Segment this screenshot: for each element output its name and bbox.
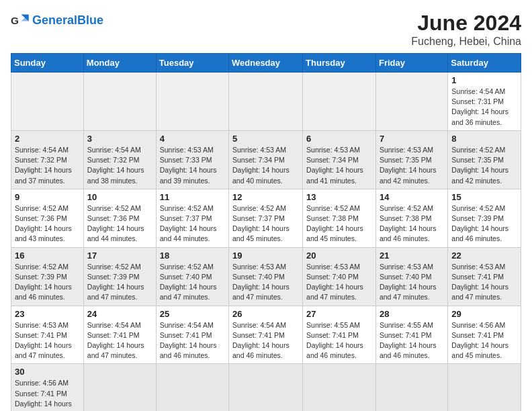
weekday-header-row: SundayMondayTuesdayWednesdayThursdayFrid… <box>11 54 521 73</box>
day-number: 3 <box>87 134 152 144</box>
day-number: 30 <box>15 367 80 377</box>
day-number: 7 <box>380 134 444 144</box>
calendar-day: 1Sunrise: 4:54 AM Sunset: 7:31 PM Daylig… <box>448 73 521 131</box>
day-info: Sunrise: 4:56 AM Sunset: 7:41 PM Dayligh… <box>451 320 517 361</box>
calendar-week-5: 23Sunrise: 4:53 AM Sunset: 7:41 PM Dayli… <box>11 306 521 364</box>
calendar-week-6: 30Sunrise: 4:56 AM Sunset: 7:41 PM Dayli… <box>11 364 521 411</box>
day-info: Sunrise: 4:54 AM Sunset: 7:32 PM Dayligh… <box>87 145 152 186</box>
calendar-week-3: 9Sunrise: 4:52 AM Sunset: 7:36 PM Daylig… <box>11 189 521 247</box>
day-info: Sunrise: 4:52 AM Sunset: 7:37 PM Dayligh… <box>160 203 225 244</box>
logo-general: General <box>32 13 77 27</box>
calendar-day <box>156 73 228 131</box>
page-header: G GeneralBlue June 2024 Fucheng, Hebei, … <box>11 11 521 48</box>
calendar-day: 22Sunrise: 4:53 AM Sunset: 7:41 PM Dayli… <box>448 247 521 306</box>
calendar-day <box>303 364 376 411</box>
day-number: 12 <box>232 192 299 202</box>
day-number: 26 <box>232 309 299 319</box>
day-number: 9 <box>15 192 80 202</box>
day-info: Sunrise: 4:53 AM Sunset: 7:34 PM Dayligh… <box>306 145 372 186</box>
calendar-day: 9Sunrise: 4:52 AM Sunset: 7:36 PM Daylig… <box>11 189 84 247</box>
day-number: 2 <box>15 134 80 144</box>
calendar-title: June 2024 <box>411 11 521 36</box>
day-info: Sunrise: 4:53 AM Sunset: 7:40 PM Dayligh… <box>306 262 372 303</box>
day-info: Sunrise: 4:52 AM Sunset: 7:38 PM Dayligh… <box>306 203 372 244</box>
day-number: 20 <box>306 250 372 261</box>
calendar-day: 27Sunrise: 4:55 AM Sunset: 7:41 PM Dayli… <box>303 306 376 364</box>
day-number: 29 <box>451 309 517 319</box>
day-number: 17 <box>87 250 152 261</box>
day-number: 5 <box>232 134 299 144</box>
day-info: Sunrise: 4:52 AM Sunset: 7:37 PM Dayligh… <box>232 203 299 244</box>
calendar-day: 28Sunrise: 4:55 AM Sunset: 7:41 PM Dayli… <box>375 306 447 364</box>
day-info: Sunrise: 4:54 AM Sunset: 7:41 PM Dayligh… <box>160 320 225 361</box>
calendar-day <box>375 364 447 411</box>
day-info: Sunrise: 4:54 AM Sunset: 7:31 PM Dayligh… <box>451 87 517 128</box>
calendar-day: 25Sunrise: 4:54 AM Sunset: 7:41 PM Dayli… <box>156 306 228 364</box>
calendar-day: 4Sunrise: 4:53 AM Sunset: 7:33 PM Daylig… <box>156 130 228 189</box>
weekday-header-saturday: Saturday <box>448 54 521 73</box>
calendar-day: 30Sunrise: 4:56 AM Sunset: 7:41 PM Dayli… <box>11 364 84 411</box>
day-info: Sunrise: 4:54 AM Sunset: 7:32 PM Dayligh… <box>15 145 80 186</box>
day-info: Sunrise: 4:53 AM Sunset: 7:40 PM Dayligh… <box>380 262 444 303</box>
day-info: Sunrise: 4:52 AM Sunset: 7:36 PM Dayligh… <box>87 203 152 244</box>
day-number: 19 <box>232 250 299 261</box>
calendar-day <box>229 73 303 131</box>
day-number: 1 <box>451 75 517 85</box>
day-number: 15 <box>451 192 517 202</box>
day-info: Sunrise: 4:53 AM Sunset: 7:41 PM Dayligh… <box>451 262 517 303</box>
day-info: Sunrise: 4:53 AM Sunset: 7:33 PM Dayligh… <box>160 145 225 186</box>
calendar-day: 21Sunrise: 4:53 AM Sunset: 7:40 PM Dayli… <box>375 247 447 306</box>
calendar-day <box>448 364 521 411</box>
day-number: 10 <box>87 192 152 202</box>
svg-text:G: G <box>11 15 19 26</box>
day-number: 11 <box>160 192 225 202</box>
day-info: Sunrise: 4:53 AM Sunset: 7:35 PM Dayligh… <box>380 145 444 186</box>
day-info: Sunrise: 4:52 AM Sunset: 7:39 PM Dayligh… <box>87 262 152 303</box>
calendar-day: 15Sunrise: 4:52 AM Sunset: 7:39 PM Dayli… <box>448 189 521 247</box>
calendar-day: 20Sunrise: 4:53 AM Sunset: 7:40 PM Dayli… <box>303 247 376 306</box>
calendar-day: 24Sunrise: 4:54 AM Sunset: 7:41 PM Dayli… <box>83 306 156 364</box>
weekday-header-thursday: Thursday <box>303 54 376 73</box>
day-number: 16 <box>15 250 80 261</box>
calendar-day: 5Sunrise: 4:53 AM Sunset: 7:34 PM Daylig… <box>229 130 303 189</box>
calendar-day <box>11 73 84 131</box>
calendar-day: 10Sunrise: 4:52 AM Sunset: 7:36 PM Dayli… <box>83 189 156 247</box>
day-info: Sunrise: 4:54 AM Sunset: 7:41 PM Dayligh… <box>232 320 299 361</box>
calendar-day: 13Sunrise: 4:52 AM Sunset: 7:38 PM Dayli… <box>303 189 376 247</box>
logo-blue: Blue <box>77 13 103 27</box>
calendar-day: 26Sunrise: 4:54 AM Sunset: 7:41 PM Dayli… <box>229 306 303 364</box>
day-info: Sunrise: 4:52 AM Sunset: 7:38 PM Dayligh… <box>380 203 444 244</box>
calendar-day: 17Sunrise: 4:52 AM Sunset: 7:39 PM Dayli… <box>83 247 156 306</box>
day-number: 6 <box>306 134 372 144</box>
calendar-day: 23Sunrise: 4:53 AM Sunset: 7:41 PM Dayli… <box>11 306 84 364</box>
day-info: Sunrise: 4:53 AM Sunset: 7:40 PM Dayligh… <box>232 262 299 303</box>
calendar-day <box>156 364 228 411</box>
day-info: Sunrise: 4:54 AM Sunset: 7:41 PM Dayligh… <box>87 320 152 361</box>
day-info: Sunrise: 4:52 AM Sunset: 7:36 PM Dayligh… <box>15 203 80 244</box>
calendar-day: 12Sunrise: 4:52 AM Sunset: 7:37 PM Dayli… <box>229 189 303 247</box>
weekday-header-tuesday: Tuesday <box>156 54 228 73</box>
day-number: 13 <box>306 192 372 202</box>
calendar-day: 7Sunrise: 4:53 AM Sunset: 7:35 PM Daylig… <box>375 130 447 189</box>
day-number: 28 <box>380 309 444 319</box>
calendar-day: 18Sunrise: 4:52 AM Sunset: 7:40 PM Dayli… <box>156 247 228 306</box>
weekday-header-sunday: Sunday <box>11 54 84 73</box>
logo-icon: G <box>11 11 30 30</box>
calendar-week-2: 2Sunrise: 4:54 AM Sunset: 7:32 PM Daylig… <box>11 130 521 189</box>
logo-text: GeneralBlue <box>32 13 103 28</box>
logo: G GeneralBlue <box>11 11 103 30</box>
day-info: Sunrise: 4:52 AM Sunset: 7:39 PM Dayligh… <box>451 203 517 244</box>
calendar-day <box>375 73 447 131</box>
calendar-day: 11Sunrise: 4:52 AM Sunset: 7:37 PM Dayli… <box>156 189 228 247</box>
title-block: June 2024 Fucheng, Hebei, China <box>411 11 521 48</box>
day-number: 27 <box>306 309 372 319</box>
calendar-table: SundayMondayTuesdayWednesdayThursdayFrid… <box>11 53 521 411</box>
day-info: Sunrise: 4:55 AM Sunset: 7:41 PM Dayligh… <box>380 320 444 361</box>
calendar-day <box>229 364 303 411</box>
weekday-header-monday: Monday <box>83 54 156 73</box>
day-number: 14 <box>380 192 444 202</box>
day-number: 24 <box>87 309 152 319</box>
weekday-header-wednesday: Wednesday <box>229 54 303 73</box>
day-info: Sunrise: 4:56 AM Sunset: 7:41 PM Dayligh… <box>15 378 80 411</box>
calendar-day: 2Sunrise: 4:54 AM Sunset: 7:32 PM Daylig… <box>11 130 84 189</box>
